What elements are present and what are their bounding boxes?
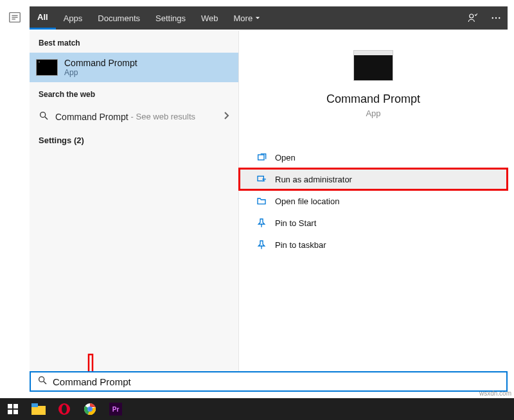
action-runadmin-label: Run as administrator bbox=[275, 175, 352, 184]
svg-rect-21 bbox=[31, 403, 38, 407]
svg-point-27 bbox=[88, 407, 92, 411]
web-query-text: Command Prompt bbox=[55, 112, 128, 122]
pin-taskbar-icon bbox=[256, 239, 267, 250]
tab-web[interactable]: Web bbox=[193, 6, 226, 30]
svg-point-7 bbox=[499, 17, 500, 19]
chevron-right-icon bbox=[223, 111, 229, 122]
cmd-large-icon bbox=[353, 50, 393, 81]
open-icon bbox=[256, 152, 267, 163]
svg-line-9 bbox=[45, 117, 48, 119]
search-filter-tabs: All Apps Documents Settings Web More bbox=[30, 6, 508, 30]
svg-rect-11 bbox=[258, 176, 263, 180]
best-match-result[interactable]: Command Prompt App bbox=[30, 53, 238, 82]
taskbar-chrome[interactable] bbox=[80, 400, 100, 418]
svg-rect-19 bbox=[13, 410, 18, 414]
pin-start-icon bbox=[256, 217, 267, 229]
folder-icon bbox=[256, 195, 267, 207]
web-sub-text: - See web results bbox=[131, 112, 195, 121]
preview-title: Command Prompt bbox=[239, 92, 508, 106]
svg-rect-17 bbox=[13, 404, 18, 408]
settings-results-row[interactable]: Settings (2) bbox=[30, 129, 238, 152]
results-pane: Best match Command Prompt App Search the… bbox=[30, 31, 239, 371]
taskbar-file-explorer[interactable] bbox=[28, 400, 49, 418]
svg-text:Pr: Pr bbox=[112, 406, 120, 413]
svg-rect-10 bbox=[258, 155, 264, 160]
search-icon bbox=[39, 110, 49, 123]
admin-icon bbox=[256, 173, 267, 185]
action-pinstart-label: Pin to Start bbox=[275, 218, 316, 228]
action-open[interactable]: Open bbox=[239, 146, 508, 168]
best-match-header: Best match bbox=[30, 31, 238, 53]
tab-settings[interactable]: Settings bbox=[148, 6, 193, 30]
action-pintask-label: Pin to taskbar bbox=[275, 240, 326, 250]
svg-point-14 bbox=[39, 377, 44, 382]
svg-rect-16 bbox=[8, 404, 12, 408]
action-openloc-label: Open file location bbox=[275, 197, 339, 206]
action-run-as-administrator[interactable]: Run as administrator bbox=[239, 168, 508, 190]
action-open-file-location[interactable]: Open file location bbox=[239, 190, 508, 212]
tab-apps[interactable]: Apps bbox=[56, 6, 91, 30]
web-result[interactable]: Command Prompt - See web results bbox=[30, 104, 238, 129]
tab-documents[interactable]: Documents bbox=[90, 6, 148, 30]
action-pin-to-taskbar[interactable]: Pin to taskbar bbox=[239, 234, 508, 256]
taskbar-premiere[interactable]: Pr bbox=[105, 400, 126, 418]
tab-all[interactable]: All bbox=[30, 6, 56, 30]
feedback-icon[interactable] bbox=[461, 6, 484, 30]
action-open-label: Open bbox=[275, 153, 296, 162]
tab-more[interactable]: More bbox=[226, 6, 269, 30]
svg-point-5 bbox=[492, 17, 493, 19]
more-options-icon[interactable] bbox=[484, 6, 508, 30]
preview-pane: Command Prompt App Open Run as administr… bbox=[239, 31, 508, 371]
taskbar: Pr bbox=[0, 398, 514, 420]
actions-list: Open Run as administrator Open file loca… bbox=[239, 146, 508, 256]
action-pin-to-start[interactable]: Pin to Start bbox=[239, 212, 508, 234]
search-input-container[interactable] bbox=[30, 371, 508, 392]
svg-rect-20 bbox=[31, 406, 46, 415]
svg-rect-18 bbox=[8, 410, 12, 414]
svg-point-6 bbox=[495, 17, 497, 19]
search-web-header: Search the web bbox=[30, 82, 238, 104]
svg-point-23 bbox=[62, 405, 67, 414]
svg-point-4 bbox=[470, 14, 474, 18]
search-input[interactable] bbox=[53, 376, 500, 387]
svg-point-8 bbox=[40, 112, 46, 118]
search-icon bbox=[37, 375, 48, 388]
best-match-title: Command Prompt bbox=[64, 58, 137, 68]
best-match-subtitle: App bbox=[64, 68, 137, 77]
cmd-thumb-icon bbox=[36, 59, 58, 76]
taskbar-opera[interactable] bbox=[54, 400, 75, 418]
svg-line-15 bbox=[44, 381, 46, 384]
start-button[interactable] bbox=[3, 400, 23, 418]
preview-subtitle: App bbox=[239, 109, 508, 118]
watermark: wsxdn.com bbox=[479, 390, 511, 397]
reading-view-icon bbox=[8, 10, 23, 26]
